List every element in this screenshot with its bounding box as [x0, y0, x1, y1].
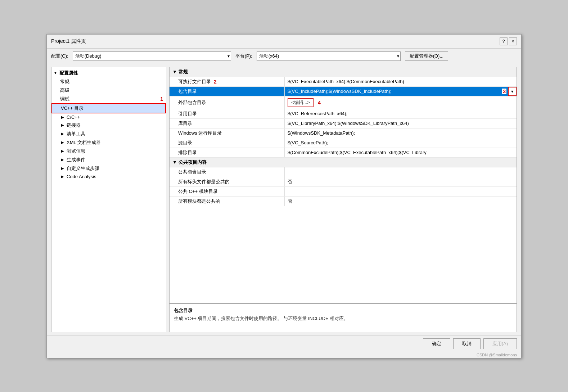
annotation-4: 4 [318, 100, 321, 105]
annotation-2: 2 [214, 79, 217, 85]
exec-path-name: 可执行文件目录 2 [170, 77, 285, 86]
winrt-dirs-value[interactable]: $(WindowsSDK_MetadataPath); [285, 129, 517, 138]
advanced-label: 高级 [60, 87, 69, 94]
general-label: 常规 [60, 78, 69, 85]
sidebar-item-browse[interactable]: ▶ 浏览信息 [51, 147, 166, 156]
code-analysis-label: Code Analysis [67, 174, 96, 179]
dialog-title: Project1 属性页 [51, 38, 86, 45]
sidebar-item-general[interactable]: 常规 [51, 77, 166, 86]
winrt-dirs-name: Windows 运行库目录 [170, 129, 285, 138]
root-expand-icon: ▼ [53, 71, 58, 75]
include-dirs-name: 包含目录 [170, 87, 285, 96]
include-dirs-dropdown-button[interactable]: ▾ [508, 87, 517, 96]
xml-gen-label: XML 文档生成器 [67, 139, 101, 146]
lib-dirs-name: 库目录 [170, 119, 285, 128]
exclude-dirs-name: 排除目录 [170, 148, 285, 157]
platform-label: 平台(P): [235, 53, 252, 59]
property-panel: ▼ 常规 可执行文件目录 2 $(VC_ExecutablePath_x64);… [169, 67, 517, 332]
sidebar-item-custom-build[interactable]: ▶ 自定义生成步骤 [51, 164, 166, 173]
pub-include-name: 公共包含目录 [170, 167, 285, 177]
prop-row-lib-dirs: 库目录 $(VC_LibraryPath_x64);$(WindowsSDK_L… [170, 119, 517, 129]
prop-row-src-dirs: 源目录 $(VC_SourcePath); [170, 138, 517, 148]
ref-dirs-value[interactable]: $(VC_ReferencesPath_x64); [285, 109, 517, 118]
sidebar-item-cpp[interactable]: ▶ C/C++ [51, 113, 166, 121]
exec-path-value[interactable]: $(VC_ExecutablePath_x64);$(CommonExecuta… [285, 77, 517, 86]
lib-dirs-value[interactable]: $(VC_LibraryPath_x64);$(WindowsSDK_Libra… [285, 119, 517, 128]
prop-row-all-headers-public: 所有标头文件都是公共的 否 [170, 177, 517, 187]
exclude-dirs-value[interactable]: $(CommonExcludePath);$(VC_ExecutablePath… [285, 148, 517, 157]
prop-row-pub-include: 公共包含目录 [170, 167, 517, 177]
cpp-expand-icon: ▶ [60, 115, 65, 119]
config-bar: 配置(C): 活动(Debug) 平台(P): 活动(x64) 配置管理器(O)… [47, 49, 521, 64]
general-section-collapse-icon: ▼ [172, 69, 177, 75]
prop-row-external-include: 外部包含目录 <编辑...> 4 [170, 96, 517, 109]
description-panel: 包含目录 生成 VC++ 项目期间，搜索包含文件时使用的路径。 与环境变量 IN… [170, 303, 517, 332]
manifest-expand-icon: ▶ [60, 132, 65, 136]
footer-bar: 确定 取消 应用(A) [47, 335, 521, 352]
manage-configs-button[interactable]: 配置管理器(O)... [405, 51, 448, 61]
tree-root-label: 配置属性 [59, 70, 78, 76]
custom-build-label: 自定义生成步骤 [67, 165, 99, 172]
public-section-collapse-icon: ▼ [172, 159, 177, 165]
property-table: ▼ 常规 可执行文件目录 2 $(VC_ExecutablePath_x64);… [170, 67, 517, 303]
title-bar: Project1 属性页 ? × [47, 35, 521, 49]
public-section-header: ▼ 公共项目内容 [170, 158, 517, 167]
cancel-button[interactable]: 取消 [453, 338, 481, 349]
code-analysis-expand-icon: ▶ [60, 175, 65, 179]
sidebar-item-advanced[interactable]: 高级 [51, 86, 166, 95]
help-button[interactable]: ? [500, 37, 508, 45]
pub-cpp-modules-value[interactable] [285, 187, 517, 196]
pub-include-value[interactable] [285, 167, 517, 177]
src-dirs-value[interactable]: $(VC_SourcePath); [285, 138, 517, 148]
ok-button[interactable]: 确定 [423, 338, 450, 349]
tree-panel: ▼ 配置属性 常规 高级 调试 1 VC++ 目录 ▶ C/C [51, 67, 166, 332]
sidebar-item-xml-gen[interactable]: ▶ XML 文档生成器 [51, 138, 166, 147]
linker-label: 链接器 [67, 122, 81, 129]
tree-root[interactable]: ▼ 配置属性 [51, 69, 166, 77]
annotation-3: 3 [502, 89, 506, 94]
edit-popup-button[interactable]: <编辑...> [288, 98, 314, 107]
sidebar-item-linker[interactable]: ▶ 链接器 [51, 121, 166, 130]
apply-button[interactable]: 应用(A) [483, 338, 517, 349]
prop-row-pub-cpp-modules: 公共 C++ 模块目录 [170, 187, 517, 197]
include-dirs-value[interactable]: $(VC_IncludePath);$(WindowsSDK_IncludePa… [285, 87, 517, 96]
linker-expand-icon: ▶ [60, 123, 65, 127]
platform-select[interactable]: 活动(x64) [257, 51, 401, 61]
xml-expand-icon: ▶ [60, 140, 65, 144]
general-section-label: 常规 [179, 69, 188, 75]
watermark: CSDN @Smalldemons [47, 352, 521, 358]
sidebar-item-manifest[interactable]: ▶ 清单工具 [51, 130, 166, 138]
prop-row-exclude-dirs: 排除目录 $(CommonExcludePath);$(VC_Executabl… [170, 148, 517, 158]
build-events-label: 生成事件 [67, 157, 85, 163]
config-select-wrapper[interactable]: 活动(Debug) [73, 51, 231, 61]
sidebar-item-code-analysis[interactable]: ▶ Code Analysis [51, 173, 166, 180]
main-area: ▼ 配置属性 常规 高级 调试 1 VC++ 目录 ▶ C/C [47, 64, 521, 335]
sidebar-item-debug[interactable]: 调试 1 [51, 95, 166, 103]
close-button[interactable]: × [509, 37, 517, 45]
all-modules-value[interactable]: 否 [285, 197, 517, 206]
build-events-expand-icon: ▶ [60, 158, 65, 162]
browse-expand-icon: ▶ [60, 149, 65, 153]
prop-row-exec-path: 可执行文件目录 2 $(VC_ExecutablePath_x64);$(Com… [170, 77, 517, 87]
public-section-label: 公共项目内容 [179, 159, 207, 166]
all-modules-name: 所有模块都是公共的 [170, 197, 285, 206]
prop-row-all-modules-public: 所有模块都是公共的 否 [170, 197, 517, 206]
external-include-value[interactable]: <编辑...> 4 [285, 96, 517, 109]
config-select[interactable]: 活动(Debug) [73, 51, 231, 61]
prop-row-winrt-dirs: Windows 运行库目录 $(WindowsSDK_MetadataPath)… [170, 129, 517, 138]
src-dirs-name: 源目录 [170, 138, 285, 148]
all-headers-name: 所有标头文件都是公共的 [170, 177, 285, 186]
cpp-label: C/C++ [67, 114, 80, 120]
sidebar-item-vc-dirs[interactable]: VC++ 目录 [51, 103, 166, 113]
sidebar-item-build-events[interactable]: ▶ 生成事件 [51, 156, 166, 164]
external-include-name: 外部包含目录 [170, 96, 285, 109]
manifest-label: 清单工具 [67, 131, 85, 137]
vc-dirs-label: VC++ 目录 [61, 105, 84, 112]
annotation-1: 1 [160, 96, 163, 102]
platform-select-wrapper[interactable]: 活动(x64) [257, 51, 401, 61]
prop-row-ref-dirs: 引用目录 $(VC_ReferencesPath_x64); [170, 109, 517, 119]
prop-row-include-dirs[interactable]: 包含目录 $(VC_IncludePath);$(WindowsSDK_Incl… [170, 87, 517, 96]
description-text: 生成 VC++ 项目期间，搜索包含文件时使用的路径。 与环境变量 INCLUDE… [174, 315, 512, 322]
all-headers-value[interactable]: 否 [285, 177, 517, 186]
debug-label: 调试 [60, 96, 69, 102]
